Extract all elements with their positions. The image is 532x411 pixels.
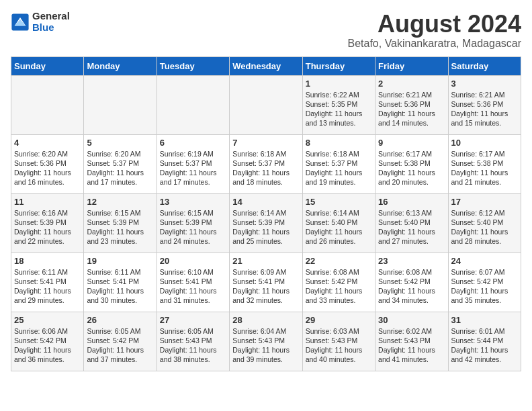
day-detail: Sunrise: 6:20 AM Sunset: 5:37 PM Dayligh…	[87, 150, 144, 187]
day-cell: 22Sunrise: 6:08 AM Sunset: 5:42 PM Dayli…	[302, 253, 375, 312]
week-row-5: 25Sunrise: 6:06 AM Sunset: 5:42 PM Dayli…	[11, 312, 521, 371]
day-detail: Sunrise: 6:05 AM Sunset: 5:42 PM Dayligh…	[87, 327, 144, 364]
day-number: 1	[306, 79, 372, 89]
day-detail: Sunrise: 6:22 AM Sunset: 5:35 PM Dayligh…	[306, 91, 363, 128]
day-cell: 9Sunrise: 6:17 AM Sunset: 5:38 PM Daylig…	[375, 134, 448, 193]
day-cell: 24Sunrise: 6:07 AM Sunset: 5:42 PM Dayli…	[448, 253, 521, 312]
day-number: 4	[14, 138, 81, 148]
day-number: 2	[378, 79, 445, 89]
day-cell: 5Sunrise: 6:20 AM Sunset: 5:37 PM Daylig…	[84, 134, 157, 193]
day-number: 26	[87, 315, 153, 325]
day-number: 11	[14, 197, 81, 207]
day-detail: Sunrise: 6:13 AM Sunset: 5:40 PM Dayligh…	[378, 209, 435, 246]
day-number: 19	[87, 256, 153, 266]
day-detail: Sunrise: 6:21 AM Sunset: 5:36 PM Dayligh…	[378, 91, 435, 128]
day-detail: Sunrise: 6:21 AM Sunset: 5:36 PM Dayligh…	[451, 91, 508, 128]
day-detail: Sunrise: 6:08 AM Sunset: 5:42 PM Dayligh…	[378, 268, 435, 305]
day-detail: Sunrise: 6:07 AM Sunset: 5:42 PM Dayligh…	[451, 268, 508, 305]
title-area: August 2024 Betafo, Vakinankaratra, Mada…	[347, 11, 521, 50]
day-number: 30	[378, 315, 445, 325]
day-cell: 12Sunrise: 6:15 AM Sunset: 5:39 PM Dayli…	[84, 193, 157, 253]
day-cell: 17Sunrise: 6:12 AM Sunset: 5:40 PM Dayli…	[448, 193, 521, 253]
header-cell-sunday: Sunday	[11, 56, 84, 75]
day-cell: 29Sunrise: 6:03 AM Sunset: 5:43 PM Dayli…	[302, 312, 375, 371]
day-cell: 26Sunrise: 6:05 AM Sunset: 5:42 PM Dayli…	[84, 312, 157, 371]
day-number: 31	[451, 315, 518, 325]
day-cell: 23Sunrise: 6:08 AM Sunset: 5:42 PM Dayli…	[375, 253, 448, 312]
header-cell-friday: Friday	[375, 56, 448, 75]
day-number: 29	[306, 315, 372, 325]
day-number: 9	[378, 138, 445, 148]
day-number: 3	[451, 79, 518, 89]
header: General Blue August 2024 Betafo, Vakinan…	[11, 11, 521, 50]
day-cell: 11Sunrise: 6:16 AM Sunset: 5:39 PM Dayli…	[11, 193, 84, 253]
week-row-4: 18Sunrise: 6:11 AM Sunset: 5:41 PM Dayli…	[11, 253, 521, 312]
subtitle: Betafo, Vakinankaratra, Madagascar	[347, 38, 521, 50]
day-cell: 3Sunrise: 6:21 AM Sunset: 5:36 PM Daylig…	[448, 75, 521, 134]
day-number: 12	[87, 197, 153, 207]
main-title: August 2024	[347, 11, 521, 38]
day-cell: 13Sunrise: 6:15 AM Sunset: 5:39 PM Dayli…	[157, 193, 229, 253]
day-number: 28	[232, 315, 299, 325]
day-cell	[157, 75, 229, 134]
day-detail: Sunrise: 6:14 AM Sunset: 5:40 PM Dayligh…	[306, 209, 363, 246]
day-detail: Sunrise: 6:01 AM Sunset: 5:44 PM Dayligh…	[451, 327, 508, 364]
day-number: 16	[378, 197, 445, 207]
header-cell-thursday: Thursday	[302, 56, 375, 75]
day-cell: 31Sunrise: 6:01 AM Sunset: 5:44 PM Dayli…	[448, 312, 521, 371]
day-number: 7	[232, 138, 299, 148]
day-cell	[11, 75, 84, 134]
day-number: 14	[232, 197, 299, 207]
day-detail: Sunrise: 6:11 AM Sunset: 5:41 PM Dayligh…	[87, 268, 144, 305]
day-cell: 8Sunrise: 6:18 AM Sunset: 5:37 PM Daylig…	[302, 134, 375, 193]
day-cell	[84, 75, 157, 134]
day-cell: 7Sunrise: 6:18 AM Sunset: 5:37 PM Daylig…	[230, 134, 302, 193]
logo-blue: Blue	[32, 22, 70, 34]
day-detail: Sunrise: 6:20 AM Sunset: 5:36 PM Dayligh…	[14, 150, 71, 187]
day-number: 17	[451, 197, 518, 207]
day-cell: 21Sunrise: 6:09 AM Sunset: 5:41 PM Dayli…	[230, 253, 302, 312]
day-number: 5	[87, 138, 153, 148]
day-detail: Sunrise: 6:14 AM Sunset: 5:39 PM Dayligh…	[232, 209, 290, 246]
day-cell: 14Sunrise: 6:14 AM Sunset: 5:39 PM Dayli…	[230, 193, 302, 253]
day-detail: Sunrise: 6:09 AM Sunset: 5:41 PM Dayligh…	[232, 268, 290, 305]
day-cell: 20Sunrise: 6:10 AM Sunset: 5:41 PM Dayli…	[157, 253, 229, 312]
header-cell-monday: Monday	[84, 56, 157, 75]
day-cell: 19Sunrise: 6:11 AM Sunset: 5:41 PM Dayli…	[84, 253, 157, 312]
week-row-3: 11Sunrise: 6:16 AM Sunset: 5:39 PM Dayli…	[11, 193, 521, 253]
day-number: 21	[232, 256, 299, 266]
day-detail: Sunrise: 6:04 AM Sunset: 5:43 PM Dayligh…	[232, 327, 290, 364]
logo-text: General Blue	[32, 11, 70, 33]
day-cell: 27Sunrise: 6:05 AM Sunset: 5:43 PM Dayli…	[157, 312, 229, 371]
day-cell: 4Sunrise: 6:20 AM Sunset: 5:36 PM Daylig…	[11, 134, 84, 193]
day-detail: Sunrise: 6:10 AM Sunset: 5:41 PM Dayligh…	[160, 268, 217, 305]
day-cell: 30Sunrise: 6:02 AM Sunset: 5:43 PM Dayli…	[375, 312, 448, 371]
day-cell: 6Sunrise: 6:19 AM Sunset: 5:37 PM Daylig…	[157, 134, 229, 193]
day-detail: Sunrise: 6:15 AM Sunset: 5:39 PM Dayligh…	[87, 209, 144, 246]
week-row-1: 1Sunrise: 6:22 AM Sunset: 5:35 PM Daylig…	[11, 75, 521, 134]
day-number: 15	[306, 197, 372, 207]
day-number: 18	[14, 256, 81, 266]
day-cell: 15Sunrise: 6:14 AM Sunset: 5:40 PM Dayli…	[302, 193, 375, 253]
day-cell: 25Sunrise: 6:06 AM Sunset: 5:42 PM Dayli…	[11, 312, 84, 371]
day-cell: 28Sunrise: 6:04 AM Sunset: 5:43 PM Dayli…	[230, 312, 302, 371]
day-detail: Sunrise: 6:17 AM Sunset: 5:38 PM Dayligh…	[451, 150, 508, 187]
logo-icon	[11, 13, 30, 32]
day-detail: Sunrise: 6:16 AM Sunset: 5:39 PM Dayligh…	[14, 209, 71, 246]
day-number: 23	[378, 256, 445, 266]
day-number: 20	[160, 256, 226, 266]
day-detail: Sunrise: 6:06 AM Sunset: 5:42 PM Dayligh…	[14, 327, 71, 364]
header-cell-tuesday: Tuesday	[157, 56, 229, 75]
day-detail: Sunrise: 6:11 AM Sunset: 5:41 PM Dayligh…	[14, 268, 71, 305]
day-cell	[230, 75, 302, 134]
day-detail: Sunrise: 6:19 AM Sunset: 5:37 PM Dayligh…	[160, 150, 217, 187]
logo-general: General	[32, 11, 70, 22]
header-cell-wednesday: Wednesday	[230, 56, 302, 75]
day-number: 25	[14, 315, 81, 325]
week-row-2: 4Sunrise: 6:20 AM Sunset: 5:36 PM Daylig…	[11, 134, 521, 193]
day-number: 6	[160, 138, 226, 148]
day-detail: Sunrise: 6:18 AM Sunset: 5:37 PM Dayligh…	[232, 150, 290, 187]
day-detail: Sunrise: 6:18 AM Sunset: 5:37 PM Dayligh…	[306, 150, 363, 187]
day-detail: Sunrise: 6:08 AM Sunset: 5:42 PM Dayligh…	[306, 268, 363, 305]
day-number: 24	[451, 256, 518, 266]
